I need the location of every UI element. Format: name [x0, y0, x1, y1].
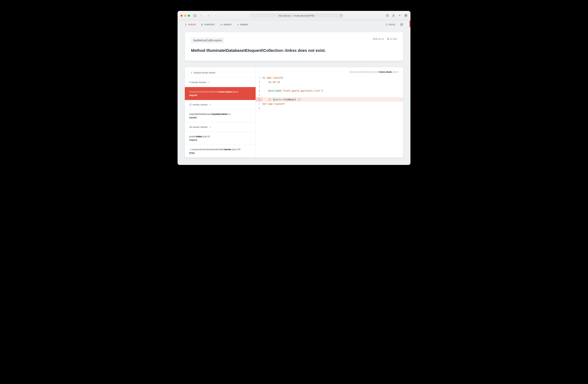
code-line: 6 {{ $posts->linkss() }}: [256, 97, 403, 102]
svg-line-20: [222, 25, 222, 25]
fullscreen-icon[interactable]: [188, 15, 190, 17]
code-line: 4 @include('front.posts.partials.list'): [256, 89, 403, 93]
nav-context[interactable]: CONTEXT: [201, 23, 215, 26]
exception-hero: BadMethodCallException Method Illuminate…: [185, 32, 403, 61]
downloads-icon[interactable]: [386, 14, 389, 18]
forward-icon[interactable]: [213, 13, 218, 18]
svg-rect-7: [405, 14, 406, 15]
code-viewer: resources/views/front/home/index.blade.p…: [256, 67, 403, 158]
code-line: 7</x-app-layout>: [256, 102, 403, 106]
code-body: 1<x-app-layout>2 <x-ad />34 @include('fr…: [256, 76, 403, 110]
stack-panel: Expand vendor frames 3 vendor framesreso…: [185, 67, 403, 158]
frame[interactable]: public/index.php:52require: [185, 132, 256, 145]
new-tab-icon[interactable]: [398, 14, 401, 18]
vendor-frames-collapsed[interactable]: 3 vendor frames: [185, 78, 256, 87]
php-version: PHP 8.1.0: [373, 38, 384, 40]
settings-icon[interactable]: [400, 23, 403, 26]
browser-window: Not Secure — freek.dev.test/#F65 STACK C…: [178, 11, 410, 165]
code-line: 1<x-app-layout>: [256, 76, 403, 80]
back-icon[interactable]: [206, 13, 211, 18]
svg-rect-9: [405, 16, 406, 16]
traffic-lights: [180, 15, 190, 17]
close-icon[interactable]: [180, 15, 183, 17]
frame-active[interactable]: resources/views/front/home/index.blade.p…: [185, 87, 256, 100]
nav-debug[interactable]: DEBUG: [220, 23, 231, 26]
code-line: 5: [256, 93, 403, 97]
address-text: Not Secure — freek.dev.test/#F65: [279, 14, 314, 17]
svg-rect-10: [406, 16, 407, 16]
svg-line-19: [221, 25, 221, 25]
expand-vendor-button[interactable]: Expand vendor frames: [189, 71, 218, 75]
svg-point-14: [221, 24, 222, 25]
code-line: 8: [256, 106, 403, 110]
vendor-frames-collapsed[interactable]: 17 vendor frames: [185, 100, 256, 109]
svg-line-17: [221, 24, 221, 24]
sidebar-toggle-icon[interactable]: [192, 13, 198, 18]
code-path: resources/views/front/home/index.blade.p…: [256, 67, 403, 76]
frame[interactable]: ~/.composer/vendor/laravel/valet/server.…: [185, 145, 256, 158]
accent-stripe: [410, 20, 410, 27]
refresh-icon[interactable]: [340, 14, 342, 17]
frame[interactable]: App\Http\Middleware\CacheControl:13handl…: [185, 109, 256, 122]
svg-point-21: [401, 24, 402, 25]
nav-docs[interactable]: DOCS: [385, 23, 395, 26]
svg-line-18: [222, 24, 222, 24]
address-bar: Not Secure — freek.dev.test/#F65: [232, 13, 361, 18]
code-line: 3: [256, 84, 403, 89]
exception-title: Method Illuminate\Database\Eloquent\Coll…: [191, 48, 369, 53]
top-nav: STACK CONTEXT DEBUG SHARE DOCS: [178, 20, 410, 29]
frames-list: Expand vendor frames 3 vendor framesreso…: [185, 67, 256, 158]
code-line: 2 <x-ad />: [256, 80, 403, 84]
minimize-icon[interactable]: [184, 15, 186, 17]
page-content: STACK CONTEXT DEBUG SHARE DOCS: [178, 20, 410, 165]
nav-stack[interactable]: STACK: [185, 23, 196, 26]
laravel-version: 8.79.0: [387, 38, 397, 40]
address-input[interactable]: Not Secure — freek.dev.test/#F65: [249, 13, 344, 18]
titlebar: Not Secure — freek.dev.test/#F65: [178, 11, 410, 20]
tabs-overview-icon[interactable]: [404, 14, 408, 18]
exception-badge: BadMethodCallException: [191, 38, 224, 43]
svg-rect-8: [406, 14, 407, 15]
share-icon[interactable]: [392, 14, 395, 18]
nav-share[interactable]: SHARE: [237, 23, 248, 26]
vendor-frames-collapsed[interactable]: 44 vendor frames: [185, 122, 256, 132]
chevron-down-icon[interactable]: [198, 13, 203, 18]
svg-rect-0: [194, 15, 196, 17]
